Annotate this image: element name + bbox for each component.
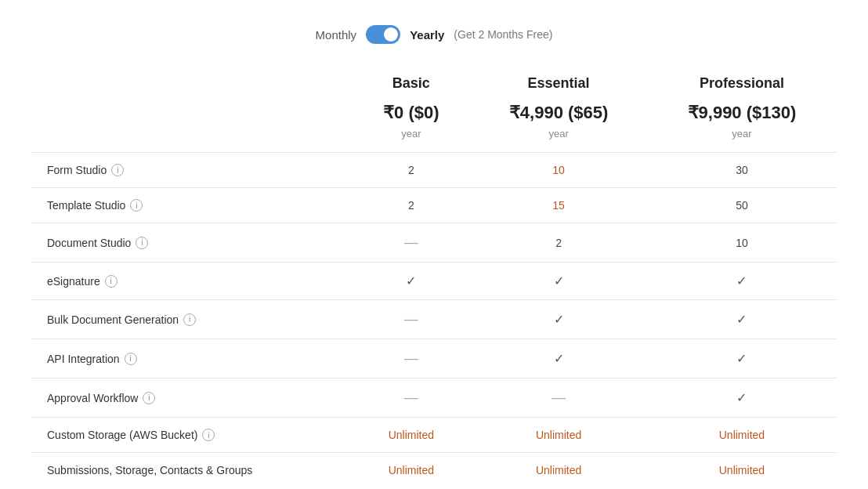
plan-basic-price: ₹0 ($0) [352, 100, 470, 126]
feature-basic-value: — [352, 339, 470, 379]
unlimited-value: Unlimited [389, 464, 434, 476]
price-column-header [31, 100, 352, 126]
info-icon[interactable]: i [143, 392, 155, 404]
feature-professional-value: ✓ [647, 263, 837, 300]
plan-prices-row: ₹0 ($0) ₹4,990 ($65) ₹9,990 ($130) [31, 100, 837, 126]
feature-basic-value: Unlimited [352, 453, 470, 488]
pricing-table: Basic Essential Professional ₹0 ($0) ₹4,… [31, 67, 837, 487]
plan-basic-name: Basic [352, 67, 470, 100]
plan-essential-period: year [470, 126, 647, 153]
info-icon[interactable]: i [125, 353, 137, 365]
table-row: eSignaturei✓✓✓ [31, 263, 837, 300]
feature-basic-value: ✓ [352, 263, 470, 300]
feature-essential-value: Unlimited [470, 453, 647, 488]
billing-toggle[interactable] [366, 25, 400, 44]
info-icon[interactable]: i [130, 199, 143, 212]
feature-essential-value: 2 [470, 223, 647, 263]
feature-basic-value: — [352, 223, 470, 263]
feature-essential-value: Unlimited [470, 418, 647, 453]
feature-basic-value: 2 [352, 153, 470, 188]
plan-basic-period: year [352, 126, 470, 153]
feature-professional-value: 10 [647, 223, 837, 263]
unlimited-value: Unlimited [536, 429, 581, 441]
feature-name-cell: Template Studioi [31, 188, 352, 223]
table-row: API Integrationi—✓✓ [31, 339, 837, 379]
info-icon[interactable]: i [105, 275, 118, 288]
unlimited-value: Unlimited [719, 429, 765, 441]
feature-name-cell: Submissions, Storage, Contacts & Groups [31, 453, 352, 488]
feature-basic-value: Unlimited [352, 418, 470, 453]
plan-professional-price: ₹9,990 ($130) [647, 100, 837, 126]
feature-professional-value: 30 [647, 153, 837, 188]
info-icon[interactable]: i [111, 164, 124, 176]
feature-name-cell: Custom Storage (AWS Bucket)i [31, 418, 352, 453]
feature-essential-value: 10 [470, 153, 647, 188]
feature-professional-value: 50 [647, 188, 837, 223]
monthly-label: Monthly [316, 28, 357, 42]
period-column-header [31, 126, 352, 153]
table-row: Approval Workflowi——✓ [31, 379, 837, 418]
unlimited-value: Unlimited [536, 464, 581, 476]
feature-name-cell: Document Studioi [31, 223, 352, 263]
feature-name-cell: Form Studioi [31, 153, 352, 188]
feature-professional-value: ✓ [647, 379, 837, 418]
info-icon[interactable]: i [183, 313, 196, 326]
check-icon: ✓ [406, 274, 416, 288]
feature-professional-value: Unlimited [647, 453, 837, 488]
dash-icon: — [552, 389, 566, 405]
billing-toggle-row: Monthly Yearly (Get 2 Months Free) [31, 16, 837, 67]
table-row: Submissions, Storage, Contacts & GroupsU… [31, 453, 837, 488]
plan-names-row: Basic Essential Professional [31, 67, 837, 100]
plan-essential-name: Essential [470, 67, 647, 100]
feature-professional-value: ✓ [647, 300, 837, 339]
plan-professional-period: year [647, 126, 837, 153]
check-icon: ✓ [736, 313, 747, 326]
feature-name-cell: Bulk Document Generationi [31, 300, 352, 339]
plan-period-row: year year year [31, 126, 837, 153]
table-row: Form Studioi21030 [31, 153, 837, 188]
feature-basic-value: — [352, 379, 470, 418]
check-icon: ✓ [736, 391, 747, 404]
check-icon: ✓ [736, 274, 747, 288]
feature-essential-value: 15 [470, 188, 647, 223]
yearly-label: Yearly [410, 28, 444, 42]
feature-basic-value: 2 [352, 188, 470, 223]
dash-icon: — [404, 389, 418, 405]
feature-professional-value: ✓ [647, 339, 837, 379]
table-row: Custom Storage (AWS Bucket)iUnlimitedUnl… [31, 418, 837, 453]
table-row: Document Studioi—210 [31, 223, 837, 263]
dash-icon: — [404, 350, 418, 366]
feature-basic-value: — [352, 300, 470, 339]
feature-name-cell: Approval Workflowi [31, 379, 352, 418]
feature-professional-value: Unlimited [647, 418, 837, 453]
feature-name-cell: eSignaturei [31, 263, 352, 300]
plan-professional-name: Professional [647, 67, 837, 100]
dash-icon: — [404, 234, 418, 250]
table-row: Bulk Document Generationi—✓✓ [31, 300, 837, 339]
feature-column-header [31, 67, 352, 100]
unlimited-value: Unlimited [389, 429, 434, 441]
check-icon: ✓ [554, 274, 564, 288]
feature-essential-value: ✓ [470, 300, 647, 339]
check-icon: ✓ [554, 313, 564, 326]
check-icon: ✓ [554, 352, 564, 365]
yearly-promo: (Get 2 Months Free) [454, 28, 552, 41]
unlimited-value: Unlimited [719, 464, 765, 476]
dash-icon: — [404, 311, 418, 327]
feature-essential-value: ✓ [470, 263, 647, 300]
feature-essential-value: ✓ [470, 339, 647, 379]
plan-essential-price: ₹4,990 ($65) [470, 100, 647, 126]
feature-essential-value: — [470, 379, 647, 418]
feature-name-cell: API Integrationi [31, 339, 352, 379]
info-icon[interactable]: i [136, 237, 148, 249]
info-icon[interactable]: i [202, 429, 215, 441]
page-wrapper: Monthly Yearly (Get 2 Months Free) Basic… [0, 0, 868, 489]
check-icon: ✓ [736, 352, 747, 365]
table-row: Template Studioi21550 [31, 188, 837, 223]
